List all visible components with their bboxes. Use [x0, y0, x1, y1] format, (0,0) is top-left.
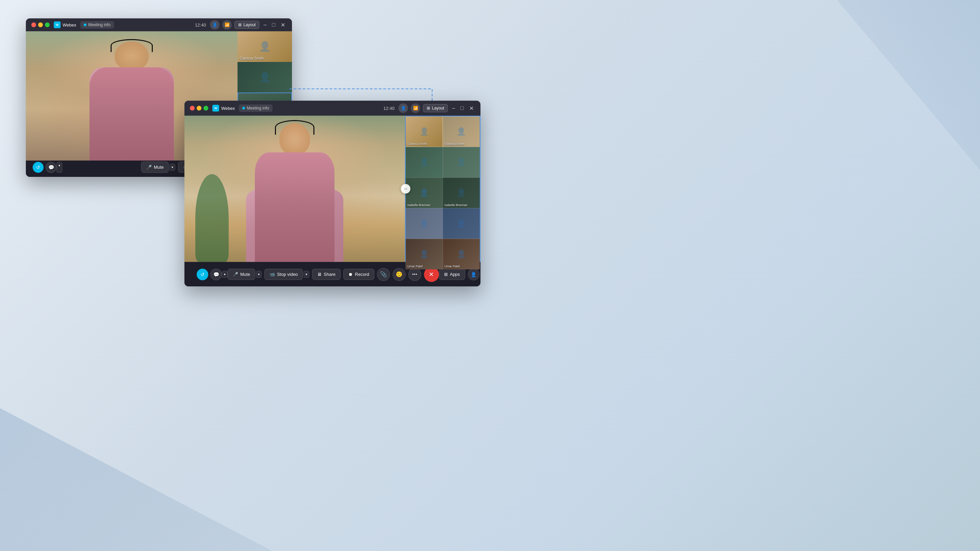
video-chevron-large[interactable]: ▾ [304, 271, 309, 278]
layout-icon-large: ⊞ [427, 106, 430, 111]
maximize-button-small[interactable] [45, 22, 50, 27]
webex-logo-small: W [54, 21, 60, 28]
large-window: W Webex Meeting info 12:40 👤 📶 ⊞ Layout … [185, 101, 480, 286]
minimize-button-small[interactable] [38, 22, 43, 27]
grid-thumb-8[interactable]: 👤 Umar Patel [406, 239, 443, 269]
mute-button-large[interactable]: 🎤 Mute [228, 269, 255, 280]
minimize-win-large[interactable]: – [450, 105, 456, 111]
grid-thumb-2[interactable]: 👤 [406, 147, 443, 178]
grid-name-5: Isabelle Brennan [444, 203, 468, 207]
more-icon-large[interactable]: ••• [408, 268, 421, 281]
grid-thumb-1[interactable]: 👤 Clarissa Smith [443, 116, 480, 147]
thumb-name-small-0: Clarissa Smith [240, 56, 264, 60]
reactions-icon-large[interactable]: 🙂 [393, 268, 406, 281]
grid-thumb-7[interactable]: 👤 [443, 208, 480, 239]
layout-icon-small: ⊞ [238, 22, 242, 27]
grid-name-0: Clarissa Smith [407, 142, 427, 146]
chat-icon-small[interactable]: 💬 [46, 162, 56, 173]
record-icon-large: ⏺ [348, 272, 353, 277]
grid-thumb-5[interactable]: 👤 Isabelle Brennan [443, 178, 480, 208]
grid-name-4: Isabelle Brennan [407, 203, 430, 207]
grid-thumb-6[interactable]: 👤 [406, 208, 443, 239]
signal-icon-large[interactable]: 📶 [411, 103, 420, 113]
mute-icon-small: 🎤 [146, 165, 152, 170]
window-controls-small [31, 22, 50, 27]
share-icon-large: 🖥 [317, 272, 321, 277]
grid-thumb-0[interactable]: 👤 Clarissa Smith [406, 116, 443, 147]
signal-icon-small[interactable]: 📶 [222, 20, 232, 30]
close-button-small[interactable] [31, 22, 36, 27]
window-controls-large [190, 106, 208, 111]
participants-icon-large[interactable]: 👤 [468, 269, 479, 280]
layout-button-small[interactable]: ⊞ Layout [234, 21, 259, 29]
thumb-item-small-1[interactable]: 👤 [237, 62, 292, 92]
titlebar-icons-large: 👤 📶 ⊞ Layout – □ ✕ [398, 103, 475, 113]
restore-win-small[interactable]: □ [270, 22, 277, 28]
end-call-icon-large: ✕ [429, 271, 434, 278]
close-win-large[interactable]: ✕ [468, 105, 475, 111]
maximize-button-large[interactable] [204, 106, 208, 111]
meeting-dot-large [242, 107, 245, 110]
titlebar-icons-small: 👤 📶 ⊞ Layout – □ ✕ [210, 20, 286, 30]
grid-name-1: Clarissa Smith [444, 142, 464, 146]
person-container-large [185, 116, 405, 262]
sync-icon-large[interactable]: ↺ [197, 269, 208, 280]
mute-chevron-large[interactable]: ▾ [256, 271, 262, 278]
toolbar-left-small: ↺ 💬 ▾ [33, 162, 62, 173]
close-button-large[interactable] [190, 106, 195, 111]
resize-handle[interactable]: ↔ [401, 184, 410, 194]
thumb-item-small-0[interactable]: 👤 Clarissa Smith [237, 31, 292, 62]
mute-icon-large: 🎤 [233, 272, 238, 277]
video-icon-large: 📹 [269, 272, 275, 277]
grid-thumb-4[interactable]: 👤 Isabelle Brennan [406, 178, 443, 208]
avatar-icon-large[interactable]: 👤 [398, 103, 408, 113]
close-win-small[interactable]: ✕ [279, 22, 286, 28]
restore-win-large[interactable]: □ [459, 105, 465, 111]
minimize-button-large[interactable] [197, 106, 202, 111]
grid-thumb-9[interactable]: 👤 Umar Patel [443, 239, 480, 269]
grid-name-9: Umar Patel [444, 265, 460, 268]
attachment-icon-large[interactable]: 📎 [377, 268, 390, 281]
meeting-info-tab-small[interactable]: Meeting info [80, 21, 114, 29]
small-titlebar: W Webex Meeting info 12:40 👤 📶 ⊞ Layout … [26, 18, 292, 31]
thumbnail-grid-large: ↔ 👤 Clarissa Smith 👤 Clarissa Smith 👤 👤 … [405, 116, 480, 262]
apps-icon-large: ⊞ [444, 272, 448, 277]
layout-button-large[interactable]: ⊞ Layout [423, 104, 448, 112]
mute-button-small[interactable]: 🎤 Mute [141, 162, 169, 173]
grid-thumb-3[interactable]: 👤 [443, 147, 480, 178]
minimize-win-small[interactable]: – [262, 22, 268, 28]
large-titlebar: W Webex Meeting info 12:40 👤 📶 ⊞ Layout … [185, 101, 480, 116]
time-small: 12:40 [195, 22, 206, 27]
meeting-dot-small [84, 24, 86, 26]
meeting-info-tab-large[interactable]: Meeting info [239, 105, 272, 112]
chat-icon-large[interactable]: 💬 [210, 269, 222, 280]
record-button-large[interactable]: ⏺ Record [343, 269, 374, 280]
sync-icon-small[interactable]: ↺ [33, 162, 43, 173]
stop-video-button-large[interactable]: 📹 Stop video [264, 269, 303, 280]
chat-chevron-large[interactable]: ▾ [222, 271, 228, 278]
chat-chevron-small[interactable]: ▾ [56, 162, 62, 173]
app-name-small: W Webex [54, 21, 76, 28]
video-content-large: ↔ 👤 Clarissa Smith 👤 Clarissa Smith 👤 👤 … [185, 116, 480, 262]
main-video-large [185, 116, 405, 262]
apps-button-large[interactable]: ⊞ Apps [439, 269, 465, 280]
avatar-icon-small[interactable]: 👤 [210, 20, 220, 30]
app-name-large: W Webex [212, 105, 235, 111]
time-large: 12:40 [383, 106, 395, 111]
share-button-large[interactable]: 🖥 Share [312, 269, 340, 280]
webex-logo-large: W [212, 105, 219, 111]
grid-name-8: Umar Patel [407, 265, 423, 268]
mute-chevron-small[interactable]: ▾ [169, 164, 175, 171]
